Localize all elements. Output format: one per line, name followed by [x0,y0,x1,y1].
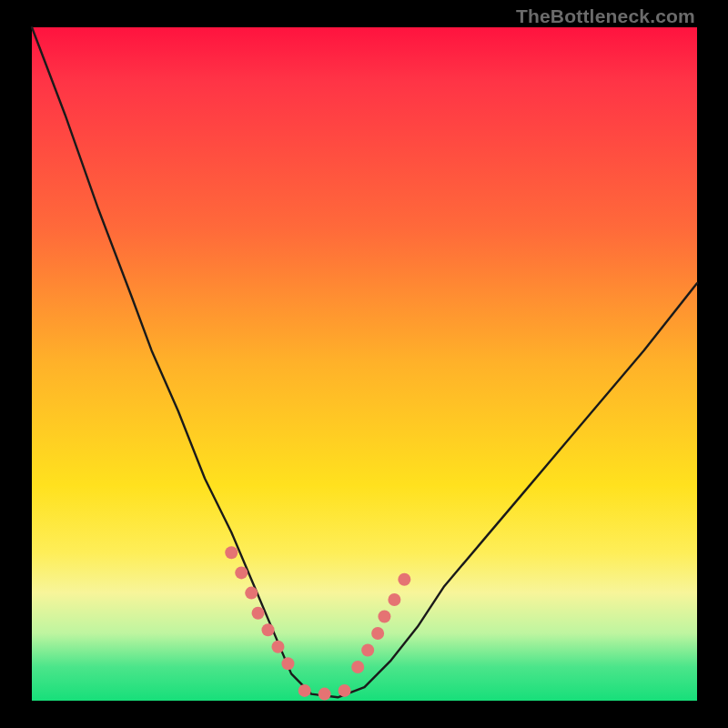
plot-area [32,27,697,701]
curve-svg [32,27,697,701]
sample-dot [351,661,364,673]
sample-dot [252,607,265,620]
sample-dot [388,593,400,606]
sample-dot [235,566,248,579]
sample-dot [245,587,258,600]
watermark-text: TheBottleneck.com [516,5,695,27]
sample-dot [398,573,410,586]
sample-dots [225,546,410,700]
chart-stage: TheBottleneck.com [0,0,728,728]
bottleneck-curve [32,27,697,697]
sample-dot [298,684,311,697]
sample-dot [361,644,374,657]
sample-dot [262,623,275,636]
sample-dot [339,684,351,697]
sample-dot [225,546,238,559]
sample-dot [378,611,390,623]
sample-dot [271,641,284,653]
sample-dot [318,688,331,701]
sample-dot [281,657,294,670]
sample-dot [371,627,384,640]
